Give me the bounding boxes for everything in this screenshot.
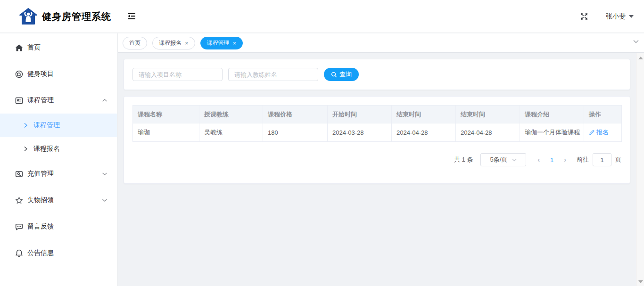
col-price: 课程价格 <box>263 106 328 123</box>
lost-found-icon <box>15 196 23 204</box>
tab-label: 课程报名 <box>159 39 182 47</box>
app-title: 健身房管理系统 <box>42 10 111 23</box>
sidebar-item-feedback[interactable]: 留言反馈 <box>0 213 117 240</box>
sidebar-nav: 首页 健身项目 课程管理 课程管理 <box>0 33 117 286</box>
user-name: 张小斐 <box>606 12 626 21</box>
home-icon <box>15 44 23 52</box>
goto-page-input[interactable] <box>593 153 611 166</box>
tags-view-bar: 首页 课程报名 × 课程管理 × <box>118 33 644 53</box>
fullscreen-icon[interactable] <box>580 13 588 20</box>
next-page-button[interactable]: › <box>560 156 570 163</box>
col-course-name: 课程名称 <box>133 106 199 123</box>
col-end-time-2: 结束时间 <box>456 106 520 123</box>
sidebar-item-label: 首页 <box>27 43 41 52</box>
page-size-select[interactable]: 5条/页 <box>480 153 526 166</box>
search-icon <box>331 72 337 78</box>
sidebar-fold-icon[interactable] <box>128 13 136 22</box>
app-logo: 健身房管理系统 <box>19 8 111 25</box>
user-caret-down-icon <box>629 15 634 18</box>
user-menu[interactable]: 张小斐 <box>606 12 634 21</box>
sidebar-item-notice[interactable]: 公告信息 <box>0 240 117 266</box>
signup-link[interactable]: 报名 <box>589 128 609 137</box>
project-name-input[interactable] <box>132 68 223 81</box>
col-coach: 授课教练 <box>199 106 263 123</box>
course-table: 课程名称 授课教练 课程价格 开始时间 结束时间 结束时间 课程介绍 操作 瑜珈… <box>132 105 622 142</box>
sidebar-subitem-label: 课程管理 <box>33 121 60 130</box>
chevron-down-icon <box>102 198 107 202</box>
course-table-panel: 课程名称 授课教练 课程价格 开始时间 结束时间 结束时间 课程介绍 操作 瑜珈… <box>124 96 630 184</box>
select-chevron-down-icon <box>512 158 517 162</box>
sidebar-item-recharge[interactable]: 充值管理 <box>0 161 117 187</box>
chevron-right-icon <box>24 146 28 152</box>
gym-logo-icon <box>19 8 38 25</box>
col-actions: 操作 <box>584 106 622 123</box>
fitness-project-icon <box>15 70 23 78</box>
chevron-up-icon <box>102 98 107 102</box>
tab-label: 课程管理 <box>207 39 230 47</box>
pagination-total: 共 1 条 <box>454 155 473 164</box>
cell-price: 180 <box>263 123 328 142</box>
cell-start-time: 2024-03-28 <box>328 123 392 142</box>
cell-end-time-1: 2024-04-28 <box>392 123 456 142</box>
table-row: 瑜珈 吴教练 180 2024-03-28 2024-04-28 2024-04… <box>133 123 622 142</box>
edit-pen-icon <box>589 130 594 135</box>
coach-name-input[interactable] <box>228 68 318 81</box>
sidebar-subitem-course-signup[interactable]: 课程报名 <box>0 137 117 161</box>
scroll-down-arrow-icon[interactable] <box>638 280 643 283</box>
sidebar-item-fitness-project[interactable]: 健身项目 <box>0 61 117 87</box>
search-panel: 查询 <box>124 59 630 90</box>
col-end-time-1: 结束时间 <box>392 106 456 123</box>
tab-close-icon[interactable]: × <box>233 40 237 46</box>
sidebar-item-lost-found[interactable]: 失物招领 <box>0 187 117 213</box>
sidebar-item-home[interactable]: 首页 <box>0 34 117 61</box>
cell-coach: 吴教练 <box>199 123 263 142</box>
query-button[interactable]: 查询 <box>324 68 359 81</box>
app-header: 健身房管理系统 张小斐 <box>0 0 644 33</box>
chevron-right-icon <box>24 123 28 128</box>
recharge-icon <box>15 170 23 178</box>
current-page-number[interactable]: 1 <box>544 156 560 163</box>
sidebar-item-label: 充值管理 <box>27 170 54 178</box>
sidebar-subitem-course-manage[interactable]: 课程管理 <box>0 114 117 137</box>
sidebar-item-label: 健身项目 <box>27 70 54 78</box>
notice-icon <box>15 249 23 257</box>
tab-home[interactable]: 首页 <box>123 37 147 49</box>
table-header-row: 课程名称 授课教练 课程价格 开始时间 结束时间 结束时间 课程介绍 操作 <box>133 106 622 123</box>
prev-page-button[interactable]: ‹ <box>534 156 544 163</box>
sidebar-item-label: 公告信息 <box>27 249 54 257</box>
chevron-down-icon <box>102 172 107 176</box>
tab-course-signup[interactable]: 课程报名 × <box>152 37 195 49</box>
main-content: 查询 课程名称 授课教练 课程价格 开始时间 结束时间 结束时间 课程介绍 操作 <box>117 53 636 286</box>
vertical-scrollbar[interactable] <box>636 53 644 286</box>
tabbar-chevron-down-icon[interactable] <box>633 39 639 44</box>
scroll-up-arrow-icon[interactable] <box>638 57 643 59</box>
goto-label: 前往 <box>577 155 589 164</box>
feedback-icon <box>15 223 23 231</box>
sidebar-item-course-manage[interactable]: 课程管理 <box>0 87 117 114</box>
cell-intro: 瑜伽一个月体验课程 <box>520 123 584 142</box>
col-start-time: 开始时间 <box>328 106 392 123</box>
tab-course-manage[interactable]: 课程管理 × <box>200 37 243 49</box>
cell-course-name: 瑜珈 <box>133 123 199 142</box>
sidebar-item-label: 留言反馈 <box>27 222 54 231</box>
tab-close-icon[interactable]: × <box>185 40 189 46</box>
page-unit-label: 页 <box>615 155 621 164</box>
sidebar-item-label: 课程管理 <box>27 96 54 105</box>
course-manage-icon <box>15 97 23 105</box>
pagination: 共 1 条 5条/页 ‹ 1 › 前往 页 <box>132 153 621 166</box>
col-intro: 课程介绍 <box>520 106 584 123</box>
sidebar-subitem-label: 课程报名 <box>33 145 60 153</box>
page-size-value: 5条/页 <box>490 155 508 164</box>
query-button-label: 查询 <box>339 70 352 79</box>
cell-end-time-2: 2024-04-28 <box>456 123 520 142</box>
signup-link-label: 报名 <box>596 128 609 137</box>
sidebar-item-label: 失物招领 <box>27 196 54 204</box>
tab-label: 首页 <box>129 39 140 47</box>
